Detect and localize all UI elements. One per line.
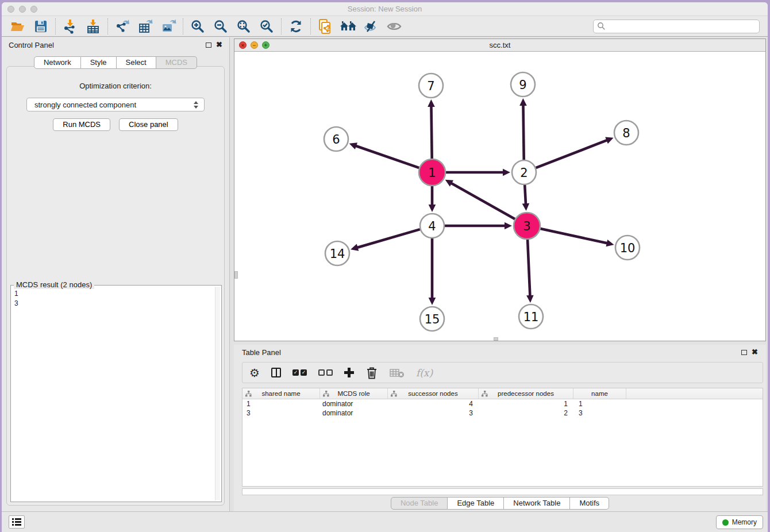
result-scrollbar[interactable] [215,287,220,500]
show-columns-icon[interactable] [271,368,281,377]
svg-text:3: 3 [523,219,530,233]
open-folder-icon [10,20,25,33]
graph-node-8[interactable]: 8 [614,121,638,145]
close-panel-icon[interactable]: ✖ [216,42,222,48]
memory-button[interactable]: Memory [716,515,763,529]
tab-mcds[interactable]: MCDS [156,56,197,69]
save-session-button[interactable] [29,17,52,36]
zoom-fit-button[interactable] [232,17,255,36]
network-minimize-button[interactable]: − [251,41,258,49]
criterion-select[interactable]: strongly connected component [26,98,205,111]
mcds-result-text[interactable]: 1 3 [12,287,214,500]
graph-edge-2-8[interactable] [536,140,608,168]
close-window-button[interactable] [7,6,14,13]
tab-edge-table[interactable]: Edge Table [448,497,504,510]
column-header-mcds-role[interactable]: MCDS role [320,388,388,399]
graph-node-2[interactable]: 2 [512,160,536,184]
graph-edge-1-6[interactable] [355,145,419,168]
tab-motifs[interactable]: Motifs [570,497,609,510]
tab-network-table[interactable]: Network Table [504,497,570,510]
network-maximize-button[interactable]: + [262,41,270,49]
graph-node-6[interactable]: 6 [324,127,348,151]
minimize-window-button[interactable] [19,6,26,13]
graph-node-15[interactable]: 15 [420,307,444,331]
show-graphics-button[interactable] [383,17,406,36]
graph-node-4[interactable]: 4 [420,214,444,238]
graph-node-9[interactable]: 9 [511,72,535,97]
table-toolbar: ⚙ ✓✓ f(x) [242,362,763,383]
show-neighbors-button[interactable] [337,17,360,36]
task-history-button[interactable] [9,515,25,529]
select-all-rows-icon[interactable]: ✓✓ [292,369,307,376]
graph-edge-2-3[interactable] [525,185,526,205]
memory-label: Memory [732,518,757,526]
tab-style[interactable]: Style [81,56,117,69]
graph-edge-3-10[interactable] [540,229,607,243]
tab-network[interactable]: Network [34,56,81,69]
network-window-titlebar[interactable]: × − + scc.txt [234,39,765,52]
graph-node-14[interactable]: 14 [325,241,349,265]
duplicate-network-button[interactable] [314,17,337,36]
graph-node-3[interactable]: 3 [514,213,540,239]
float-table-panel-icon[interactable] [741,350,747,355]
deselect-all-rows-icon[interactable] [318,369,333,376]
column-header-predecessor-nodes[interactable]: predecessor nodes [479,388,573,399]
table-panel-title: Table Panel [242,348,281,357]
optimization-criterion-label: Optimization criterion: [7,82,224,90]
maximize-window-button[interactable] [30,6,37,13]
svg-text:7: 7 [427,79,434,93]
table-row[interactable]: 3 dominator 3 2 3 [242,408,763,418]
network-view-window: × − + scc.txt 1234678910111415 [234,38,766,341]
import-table-button[interactable] [82,17,105,36]
column-header-successor-nodes[interactable]: successor nodes [388,388,479,399]
zoom-selected-button[interactable] [255,17,278,36]
zoom-in-button[interactable] [186,17,209,36]
close-panel-button[interactable]: Close panel [119,118,178,131]
table-row[interactable]: 1 dominator 4 1 1 [242,399,763,408]
search-icon [597,22,606,30]
open-session-button[interactable] [6,17,29,36]
export-table-button[interactable] [134,17,157,36]
canvas-hscroll-thumb[interactable] [494,337,498,341]
graph-node-11[interactable]: 11 [519,304,543,329]
export-network-button[interactable] [111,17,134,36]
control-panel: Control Panel ✖ Network Style Select MCD… [2,37,230,511]
import-network-button[interactable] [59,17,82,36]
graph-edge-3-1[interactable] [451,183,515,219]
column-header-shared-name[interactable]: shared name [242,388,320,399]
network-close-button[interactable]: × [239,41,247,49]
add-column-icon[interactable] [344,368,354,377]
delete-column-trash-icon[interactable] [365,366,378,380]
svg-text:4: 4 [428,219,436,233]
canvas-vscroll-thumb[interactable] [234,271,238,279]
criterion-value: strongly connected component [34,101,136,109]
close-table-panel-icon[interactable]: ✖ [752,349,758,355]
graph-node-10[interactable]: 10 [615,236,640,260]
apply-layout-button[interactable] [284,17,307,36]
toolbar-separator [55,18,56,34]
graph-edge-1-7[interactable] [431,106,432,159]
run-mcds-button[interactable]: Run MCDS [53,118,110,131]
graph-edge-3-11[interactable] [528,240,530,296]
hide-graphics-button[interactable] [360,17,383,36]
column-header-name[interactable]: name [573,388,626,399]
table-settings-gear-icon[interactable]: ⚙ [249,367,260,379]
graph-edge-2-9[interactable] [523,105,523,160]
tab-node-table[interactable]: Node Table [391,497,448,510]
memory-status-icon [722,519,729,526]
float-panel-icon[interactable] [206,43,211,48]
control-panel-title: Control Panel [9,41,54,49]
network-canvas[interactable]: 1234678910111415 [234,52,768,341]
eye-slash-icon [363,20,379,33]
export-image-button[interactable] [157,17,180,36]
graph-node-7[interactable]: 7 [419,74,443,98]
tab-select[interactable]: Select [117,56,156,69]
status-bar: Memory [2,511,768,532]
zoom-selected-icon [259,19,274,34]
graph-node-1[interactable]: 1 [419,159,445,186]
table-hscrollbar[interactable] [242,488,763,495]
zoom-out-button[interactable] [209,17,232,36]
search-input[interactable] [606,22,756,30]
graph-edge-4-14[interactable] [357,229,420,248]
window-title: Session: New Session [2,2,768,16]
